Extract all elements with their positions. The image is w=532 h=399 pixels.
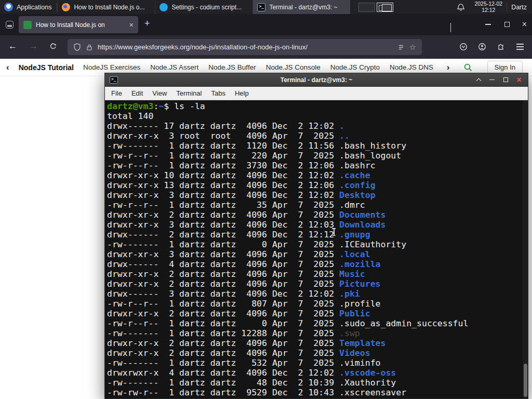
reader-mode-icon[interactable] [397,44,405,51]
terminal-line: drwxr-xr-x 10 dartz dartz 4096 Dec 2 12:… [107,170,528,180]
clock-time: 12:12 [474,7,502,14]
terminal-menu-tabs[interactable]: Tabs [206,89,230,97]
desktop-panel: Applications How to Install Node.js o...… [0,0,532,14]
lock-icon[interactable] [86,44,93,51]
extensions-puzzle-icon[interactable] [497,43,505,51]
terminal-line: total 140 [107,111,528,121]
terminal-menu-file[interactable]: File [107,89,127,97]
notification-bell-icon[interactable] [457,3,465,11]
terminal-menu-edit[interactable]: Edit [127,89,148,97]
minimize-button[interactable] [485,21,492,28]
terminal-line: drwx------ 4 dartz dartz 4096 Apr 7 2025… [107,259,528,269]
terminal-line: drwx------ 3 dartz dartz 4096 Dec 2 12:0… [107,289,528,299]
distro-logo-icon [4,3,13,11]
site-link-node-js-dns[interactable]: Node.JS DNS [390,63,433,71]
site-link-node-js-crypto[interactable]: Node.JS Crypto [330,63,380,71]
panel-user-label[interactable]: Dartz [507,4,532,11]
terminal-line: drwx------ 17 dartz dartz 4096 Dec 2 12:… [107,121,528,131]
site-link-node-js-buffer[interactable]: Node.JS Buffer [208,63,256,71]
terminal-line: drwxrwxr-x 4 dartz dartz 4096 Dec 2 12:0… [107,368,528,378]
terminal-menu-terminal[interactable]: Terminal [171,89,206,97]
terminal-line: drwxr-xr-x 2 dartz dartz 4096 Apr 7 2025… [107,348,528,358]
url-text[interactable]: https://www.geeksforgeeks.org/node-js/in… [98,43,393,51]
site-link-nodejs-tutorial[interactable]: NodeJS Tutorial [19,63,74,72]
terminal-menubar: FileEditViewTerminalTabsHelp [105,87,528,100]
menu-hamburger-icon[interactable] [516,44,524,45]
terminal-line: drwx------ 2 dartz dartz 4096 Dec 2 12:1… [107,230,528,240]
firefox-window-controls: × [485,20,527,29]
applications-label: Applications [17,4,51,11]
firefox-view-icon[interactable] [6,21,14,29]
site-link-node-js-console[interactable]: Node.JS Console [266,63,321,71]
bookmark-star-icon[interactable]: ☆ [409,43,416,51]
firefox-tab-bar: How to Install Node.js on × + × [0,14,532,35]
terminal-menu-help[interactable]: Help [230,89,254,97]
tab-close-icon[interactable]: × [129,21,134,29]
terminal-line: drwxr-xr-x 3 dartz dartz 4096 Apr 7 2025… [107,249,528,259]
terminal-line: drwxr-xr-x 2 dartz dartz 4096 Apr 7 2025… [107,269,528,279]
browser-tab[interactable]: How to Install Node.js on × [19,16,138,33]
terminal-scrollbar[interactable] [523,100,528,398]
forward-button[interactable]: → [29,41,38,51]
terminal-line: dartz@vm3:~$ ls -la [107,101,528,111]
minimize-button[interactable] [488,76,496,84]
text-cursor-pointer [331,228,336,236]
taskbar: How to Install Node.js o...Settings - co… [57,0,350,14]
sign-in-button[interactable]: Sign In [487,61,523,74]
terminal-window-controls: × [475,76,528,84]
account-icon[interactable] [478,43,486,51]
panel-clock[interactable]: 2025-12-02 12:12 [470,1,507,13]
taskbar-button-label: Settings - codium script... [171,4,242,11]
site-nav-links: NodeJS ExercisesNode.JS AssertNode.JS Bu… [83,63,437,71]
url-bar[interactable]: https://www.geeksforgeeks.org/node-js/in… [68,39,422,55]
rollup-button[interactable] [475,76,482,84]
terminal-icon [257,3,265,11]
terminal-line: -rw------- 1 dartz dartz 48 Dec 2 10:39 … [107,378,528,388]
taskbar-button-label: Terminal - dartz@vm3: ~ [269,4,337,11]
terminal-line: -rw------- 1 dartz dartz 0 Apr 7 2025 .I… [107,240,528,249]
terminal-line: -rw-r--r-- 1 dartz dartz 3730 Dec 2 12:0… [107,161,528,170]
maximize-button[interactable] [503,21,511,28]
tab-title: How to Install Node.js on [36,21,125,29]
terminal-output: dartz@vm3:~$ ls -latotal 140drwx------ 1… [107,101,528,397]
terminal-line: drwxr-xr-x 2 dartz dartz 4096 Apr 7 2025… [107,338,528,348]
pocket-icon[interactable] [459,43,468,51]
taskbar-button[interactable]: Terminal - dartz@vm3: ~ [252,0,350,14]
list-all-tabs-icon[interactable] [450,23,451,32]
nav-scroll-left-icon[interactable]: ‹ [6,63,9,72]
terminal-line: drwxr-xr-x 2 dartz dartz 4096 Apr 7 2025… [107,309,528,318]
taskbar-button-label: How to Install Node.js o... [74,4,144,11]
terminal-line: drwxr-xr-x 2 dartz dartz 4096 Apr 7 2025… [107,279,528,289]
nav-scroll-right-icon[interactable]: › [447,63,450,72]
close-button[interactable]: × [522,21,527,28]
taskbar-button[interactable]: Settings - codium script... [155,0,252,14]
codium-icon [159,3,168,11]
scrollbar-thumb[interactable] [524,364,527,397]
terminal-screen[interactable]: dartz@vm3:~$ ls -latotal 140drwx------ 1… [105,100,528,398]
back-button[interactable]: ← [8,41,17,51]
workspace-1[interactable] [358,3,375,12]
terminal-line: -rw-r--r-- 1 dartz dartz 807 Apr 7 2025 … [107,299,528,309]
site-link-nodejs-exercises[interactable]: NodeJS Exercises [83,63,140,71]
terminal-line: drwxr-xr-x 3 dartz dartz 4096 Dec 2 12:0… [107,190,528,200]
terminal-menu-view[interactable]: View [148,89,171,97]
close-button[interactable]: × [515,76,523,84]
new-tab-button[interactable]: + [144,18,150,29]
terminal-window: Terminal - dartz@vm3: ~ × FileEditViewTe… [104,73,528,399]
terminal-line: drwxr-xr-x 2 dartz dartz 4096 Apr 7 2025… [107,210,528,220]
workspace-2[interactable] [377,3,393,12]
maximize-button[interactable] [502,76,509,84]
terminal-line: -rw------- 1 dartz dartz 12288 Apr 7 202… [107,328,528,338]
terminal-line: -rw-rw-r-- 1 dartz dartz 9529 Dec 2 10:4… [107,388,528,397]
site-link-node-js-assert[interactable]: Node.JS Assert [150,63,198,71]
applications-menu[interactable]: Applications [0,0,57,14]
taskbar-button[interactable]: How to Install Node.js o... [57,0,155,14]
terminal-line: -rw-r--r-- 1 dartz dartz 35 Apr 7 2025 .… [107,200,528,210]
terminal-line: -rw-r--r-- 1 dartz dartz 220 Apr 7 2025 … [107,151,528,161]
workspace-pager [358,3,393,12]
tracking-shield-icon[interactable] [73,43,81,51]
site-search-icon[interactable] [463,63,473,72]
reload-button[interactable] [49,43,57,51]
terminal-line: -rw------- 1 dartz dartz 1120 Dec 2 11:5… [107,141,528,151]
terminal-titlebar[interactable]: Terminal - dartz@vm3: ~ × [105,73,528,87]
